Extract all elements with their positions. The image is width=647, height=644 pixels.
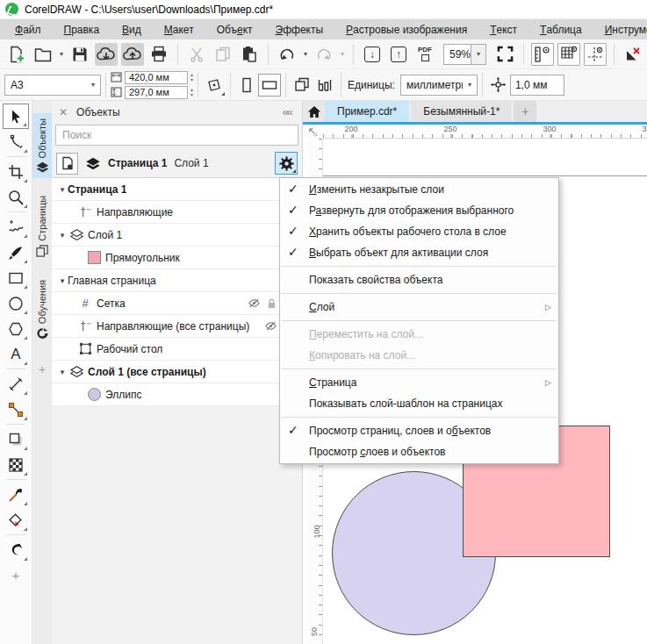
cloud-open-button[interactable] bbox=[95, 43, 118, 66]
eyedropper-tool[interactable] bbox=[3, 482, 29, 507]
expander-icon[interactable]: ▾ bbox=[57, 185, 68, 194]
page-width-field[interactable]: 420,0 мм bbox=[125, 71, 188, 84]
tree-row-master-page[interactable]: ▾ Главная страница bbox=[52, 269, 302, 292]
page-size-select[interactable]: A3 ▾ bbox=[4, 75, 101, 96]
menu-view[interactable]: Вид bbox=[111, 19, 153, 39]
tree-row-layer1-all-pages[interactable]: ▾ Слой 1 (все страницы) bbox=[52, 361, 302, 383]
menu-item-keep-desktop-objects-on-layer[interactable]: ✓Хранить объекты рабочего стола в слое bbox=[280, 221, 558, 242]
interactive-fill-tool[interactable] bbox=[3, 507, 29, 533]
docker-tab-pages[interactable]: Страницы bbox=[32, 190, 52, 262]
tree-row-desktop[interactable]: Рабочий стол bbox=[52, 338, 302, 361]
snap-off-button[interactable] bbox=[622, 43, 644, 66]
undo-button[interactable] bbox=[276, 43, 298, 66]
connector-tool[interactable] bbox=[3, 397, 29, 422]
menu-edit[interactable]: Правка bbox=[53, 19, 111, 39]
open-dropdown-caret[interactable]: ▾ bbox=[58, 50, 65, 58]
show-rulers-toggle[interactable] bbox=[531, 43, 554, 66]
menu-item-page[interactable]: Страница▷ bbox=[280, 372, 558, 393]
visibility-off-icon[interactable] bbox=[264, 319, 277, 333]
docker-tab-learning[interactable]: Обучения bbox=[32, 275, 52, 345]
transparency-tool[interactable] bbox=[3, 452, 29, 477]
paste-button[interactable] bbox=[238, 43, 261, 66]
tree-row-layer1[interactable]: ▾ Слой 1 bbox=[52, 224, 302, 247]
menu-file[interactable]: Файл bbox=[4, 19, 53, 39]
publish-pdf-button[interactable]: PDF bbox=[413, 43, 436, 66]
ellipse-tool[interactable] bbox=[3, 290, 29, 316]
page-height-field[interactable]: 297,0 мм bbox=[125, 86, 188, 99]
menu-effects[interactable]: Эффекты bbox=[264, 19, 335, 39]
zoom-dropdown-caret[interactable]: ▾ bbox=[471, 45, 485, 64]
tree-row-guides[interactable]: Направляющие bbox=[52, 201, 302, 224]
landscape-button[interactable] bbox=[258, 74, 281, 97]
crop-tool[interactable] bbox=[3, 159, 29, 184]
polygon-tool[interactable] bbox=[3, 316, 29, 341]
search-input[interactable] bbox=[55, 125, 298, 146]
docker-collapse-icon[interactable]: «« bbox=[283, 105, 295, 118]
artistic-media-tool[interactable] bbox=[3, 240, 29, 265]
page-width-spinner[interactable]: ▴▾ bbox=[191, 72, 193, 82]
show-guidelines-toggle[interactable] bbox=[584, 43, 607, 66]
lock-icon[interactable] bbox=[266, 297, 277, 310]
tree-row-ellipse[interactable]: Эллипс bbox=[52, 383, 302, 406]
docker-options-button[interactable] bbox=[275, 152, 298, 175]
menu-layout[interactable]: Макет bbox=[153, 19, 205, 39]
nudge-offset-field[interactable]: 1,0 мм bbox=[510, 75, 564, 96]
text-tool[interactable]: A bbox=[3, 341, 29, 367]
menu-object[interactable]: Объект bbox=[205, 19, 264, 39]
rectangle-tool[interactable] bbox=[3, 265, 29, 290]
pick-tool[interactable] bbox=[3, 104, 29, 129]
document-tab-primer[interactable]: Пример.cdr* bbox=[325, 101, 409, 122]
save-button[interactable] bbox=[68, 43, 91, 66]
menu-item-show-master-layer-on-pages[interactable]: Показывать слой-шаблон на страницах bbox=[280, 393, 558, 414]
fullscreen-preview-button[interactable] bbox=[493, 43, 516, 66]
new-page-button[interactable] bbox=[56, 153, 78, 175]
menu-item-select-object-to-activate-layer[interactable]: ✓Выбрать объект для активации слоя bbox=[280, 242, 558, 263]
page-height-spinner[interactable]: ▴▾ bbox=[191, 87, 193, 97]
dimension-tool[interactable] bbox=[3, 371, 29, 397]
horizontal-ruler[interactable]: 200 250 300 350 bbox=[323, 125, 647, 139]
tree-row-rectangle[interactable]: Прямоугольник bbox=[52, 247, 302, 269]
document-tab-untitled[interactable]: Безымянный-1* bbox=[411, 101, 512, 122]
menu-table[interactable]: Таблица bbox=[528, 19, 593, 39]
cloud-save-button[interactable] bbox=[121, 43, 144, 66]
export-button[interactable]: ↑ bbox=[387, 43, 410, 66]
menu-item-expand-to-show-selection[interactable]: ✓Развернуть для отображения выбранного bbox=[280, 200, 558, 221]
zoom-tool[interactable] bbox=[3, 184, 29, 210]
menu-bitmaps[interactable]: Растровые изображения bbox=[334, 19, 478, 39]
shape-tool[interactable] bbox=[3, 129, 29, 154]
freehand-tool[interactable] bbox=[3, 214, 29, 240]
menu-item-edit-across-layers[interactable]: ✓Изменить незакрытые слои bbox=[280, 179, 558, 200]
menu-item-show-object-properties[interactable]: Показать свойства объекта bbox=[280, 269, 558, 290]
new-document-button[interactable] bbox=[5, 43, 28, 66]
autofit-page-button[interactable] bbox=[203, 74, 226, 97]
menu-item-layer[interactable]: Слой▷ bbox=[280, 297, 558, 318]
customize-toolbox-button[interactable]: + bbox=[3, 562, 29, 588]
tree-row-guides-all-pages[interactable]: Направляющие (все страницы) bbox=[52, 315, 302, 338]
docker-close-icon[interactable]: ✕ bbox=[59, 106, 68, 118]
expander-icon[interactable]: ▾ bbox=[57, 276, 68, 285]
current-page-button[interactable] bbox=[313, 74, 336, 97]
new-document-tab-button[interactable]: + bbox=[514, 101, 536, 122]
expander-icon[interactable]: ▾ bbox=[57, 368, 68, 376]
import-button[interactable]: ↓ bbox=[361, 43, 384, 66]
menu-text[interactable]: Текст bbox=[478, 19, 528, 39]
menu-item-view-layers-objects[interactable]: Просмотр слоев и объектов bbox=[280, 441, 558, 462]
all-pages-button[interactable] bbox=[291, 74, 313, 97]
tree-row-grid[interactable]: # Сетка bbox=[52, 292, 302, 315]
print-button[interactable] bbox=[147, 43, 170, 66]
visibility-off-icon[interactable] bbox=[248, 297, 261, 310]
drop-shadow-tool[interactable] bbox=[3, 426, 29, 452]
portrait-button[interactable] bbox=[235, 74, 258, 97]
tree-row-page1[interactable]: ▾ Страница 1 bbox=[52, 178, 302, 201]
zoom-level-combobox[interactable]: 59% ▾ bbox=[443, 44, 486, 65]
undo-dropdown-caret[interactable]: ▾ bbox=[302, 50, 309, 58]
docker-tab-objects[interactable]: Объекты bbox=[32, 113, 52, 178]
welcome-home-button[interactable] bbox=[303, 101, 325, 122]
ruler-origin[interactable] bbox=[303, 125, 323, 139]
show-grid-toggle[interactable] bbox=[557, 43, 580, 66]
add-docker-button[interactable]: + bbox=[39, 362, 46, 376]
menu-tools[interactable]: Инструменты bbox=[593, 19, 647, 39]
smart-fill-tool[interactable] bbox=[3, 537, 29, 562]
open-button[interactable] bbox=[32, 43, 54, 66]
menu-item-view-pages-layers-objects[interactable]: ✓Просмотр страниц, слоев и объектов bbox=[280, 420, 558, 441]
